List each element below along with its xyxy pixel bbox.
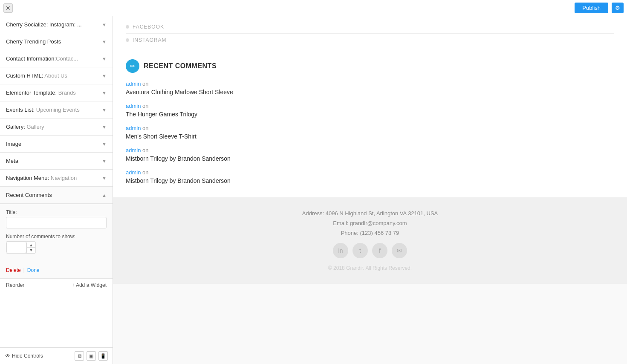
desktop-view-icon[interactable]: 🖥 <box>75 351 84 361</box>
widget-custom-html-header[interactable]: Custom HTML: About Us ▼ <box>0 67 113 84</box>
title-field-row: Title: <box>6 209 107 228</box>
reorder-button[interactable]: Reorder <box>6 282 24 288</box>
eye-icon: 👁 <box>5 353 10 359</box>
view-icons-group: 🖥 ▣ 📱 <box>75 351 108 361</box>
hide-controls-label: Hide Controls <box>12 353 43 359</box>
widget-cherry-socialize-header[interactable]: Cherry Socialize: Instagram: ... ▼ <box>0 16 113 33</box>
widget-meta-header[interactable]: Meta ▼ <box>0 153 113 169</box>
comment-link-0[interactable]: Aventura Clothing Marlowe Short Sleeve <box>126 89 233 95</box>
widget-meta: Meta ▼ <box>0 153 113 170</box>
comment-entry-4: admin on Mistborn Trilogy by Brandon San… <box>126 169 614 185</box>
instagram-dot <box>126 38 129 42</box>
widget-actions: Delete | Done <box>0 264 113 278</box>
num-comments-row: Number of comments to show: 5 ▲ ▼ <box>6 234 107 254</box>
email-value: grandir@company.com <box>350 220 407 226</box>
widget-image-header[interactable]: Image ▼ <box>0 136 113 152</box>
footer-email: Email: grandir@company.com <box>126 220 614 226</box>
facebook-dot <box>126 25 129 29</box>
widget-cherry-trending-header[interactable]: Cherry Trending Posts ▼ <box>0 33 113 50</box>
delete-link[interactable]: Delete <box>6 267 21 273</box>
comment-entry-3: admin on Mistborn Trilogy by Brandon San… <box>126 147 614 162</box>
title-field-label: Title: <box>6 209 107 215</box>
comment-on-1: on <box>142 103 148 109</box>
gear-button[interactable]: ⚙ <box>612 3 624 13</box>
email-icon[interactable]: ✉ <box>392 243 407 258</box>
widget-events-list: Events List: Upcoming Events ▼ <box>0 101 113 118</box>
comment-entry-1: admin on The Hunger Games Trilogy <box>126 103 614 118</box>
mobile-view-icon[interactable]: 📱 <box>98 351 108 361</box>
chevron-down-icon: ▼ <box>102 176 107 181</box>
comment-entry-0: admin on Aventura Clothing Marlowe Short… <box>126 81 614 96</box>
preview-area: FACEBOOK INSTAGRAM ✏ RECENT COMMENTS adm… <box>113 16 627 364</box>
widget-elementor-template: Elementor Template: Brands ▼ <box>0 84 113 101</box>
widget-navigation-menu-title: Navigation Menu: Navigation <box>6 175 77 181</box>
top-bar: ✕ Publish ⚙ <box>0 0 627 16</box>
comment-link-1[interactable]: The Hunger Games Trilogy <box>126 111 197 118</box>
action-separator: | <box>23 267 25 273</box>
widget-cherry-socialize-title: Cherry Socialize: Instagram: ... <box>6 21 82 28</box>
facebook-icon[interactable]: f <box>372 243 387 258</box>
comment-link-4[interactable]: Mistborn Trilogy by Brandon Sanderson <box>126 177 231 184</box>
comment-user-1: admin <box>126 103 141 109</box>
comment-user-3: admin <box>126 147 141 153</box>
stepper-up[interactable]: ▲ <box>27 243 35 248</box>
close-button[interactable]: ✕ <box>3 3 13 13</box>
widget-elementor-template-header[interactable]: Elementor Template: Brands ▼ <box>0 84 113 101</box>
comment-on-2: on <box>142 125 148 131</box>
footer-social-icons: in t f ✉ <box>126 243 614 258</box>
title-input[interactable] <box>6 217 107 228</box>
social-section: FACEBOOK INSTAGRAM <box>113 16 627 51</box>
widget-navigation-menu: Navigation Menu: Navigation ▼ <box>0 170 113 187</box>
widget-cherry-trending: Cherry Trending Posts ▼ <box>0 33 113 50</box>
widget-cherry-socialize: Cherry Socialize: Instagram: ... ▼ <box>0 16 113 33</box>
comment-link-3[interactable]: Mistborn Trilogy by Brandon Sanderson <box>126 155 231 162</box>
widget-gallery: Gallery: Gallery ▼ <box>0 118 113 136</box>
comment-on-4: on <box>142 169 148 176</box>
widget-recent-comments: Recent Comments ▲ Title: Number of comme… <box>0 187 113 279</box>
comment-meta-3: admin on <box>126 147 614 153</box>
widget-contact-info-header[interactable]: Contact Information:Contac... ▼ <box>0 50 113 67</box>
chevron-down-icon: ▼ <box>102 124 107 130</box>
comment-on-3: on <box>142 147 148 153</box>
rc-header: ✏ RECENT COMMENTS <box>126 59 614 73</box>
widget-contact-info: Contact Information:Contac... ▼ <box>0 50 113 67</box>
chevron-down-icon: ▼ <box>102 142 107 147</box>
footer-address: Address: 4096 N Highland St, Arlington V… <box>126 210 614 217</box>
pencil-icon: ✏ <box>130 63 135 69</box>
comment-link-2[interactable]: Men's Short Sleeve T-Shirt <box>126 133 196 140</box>
sidebar: Cherry Socialize: Instagram: ... ▼ Cherr… <box>0 16 113 364</box>
tablet-view-icon[interactable]: ▣ <box>87 351 96 361</box>
widget-navigation-menu-header[interactable]: Navigation Menu: Navigation ▼ <box>0 170 113 186</box>
footer-phone: Phone: (123) 456 78 79 <box>126 230 614 236</box>
widget-meta-title: Meta <box>6 158 18 164</box>
widget-cherry-trending-title: Cherry Trending Posts <box>6 38 61 45</box>
widget-events-list-title: Events List: Upcoming Events <box>6 107 80 113</box>
comment-user-4: admin <box>126 169 141 176</box>
rc-icon: ✏ <box>126 59 139 73</box>
chevron-down-icon: ▼ <box>102 73 107 78</box>
chevron-down-icon: ▼ <box>102 39 107 44</box>
rc-section-title: RECENT COMMENTS <box>144 62 217 70</box>
widget-gallery-header[interactable]: Gallery: Gallery ▼ <box>0 118 113 135</box>
widget-recent-comments-title: Recent Comments <box>6 192 52 198</box>
hide-controls-button[interactable]: 👁 Hide Controls <box>5 353 43 359</box>
widget-events-list-header[interactable]: Events List: Upcoming Events ▼ <box>0 101 113 118</box>
publish-button[interactable]: Publish <box>575 3 608 13</box>
comment-meta-0: admin on <box>126 81 614 87</box>
twitter-icon[interactable]: t <box>353 243 368 258</box>
footer-preview: Address: 4096 N Highland St, Arlington V… <box>113 197 627 284</box>
num-comments-input[interactable]: 5 <box>6 242 26 253</box>
num-comments-stepper: 5 ▲ ▼ <box>6 241 36 254</box>
stepper-down[interactable]: ▼ <box>27 248 35 253</box>
recent-comments-form: Title: Number of comments to show: 5 ▲ ▼ <box>0 204 113 264</box>
done-link[interactable]: Done <box>27 267 40 273</box>
widget-recent-comments-header[interactable]: Recent Comments ▲ <box>0 187 113 204</box>
comment-on-0: on <box>142 81 148 87</box>
linkedin-icon[interactable]: in <box>333 243 348 258</box>
chevron-down-icon: ▼ <box>102 90 107 95</box>
comment-meta-1: admin on <box>126 103 614 109</box>
add-widget-button[interactable]: + Add a Widget <box>72 282 107 288</box>
social-facebook: FACEBOOK <box>126 20 614 34</box>
num-comments-label: Number of comments to show: <box>6 234 107 240</box>
social-instagram: INSTAGRAM <box>126 34 614 46</box>
